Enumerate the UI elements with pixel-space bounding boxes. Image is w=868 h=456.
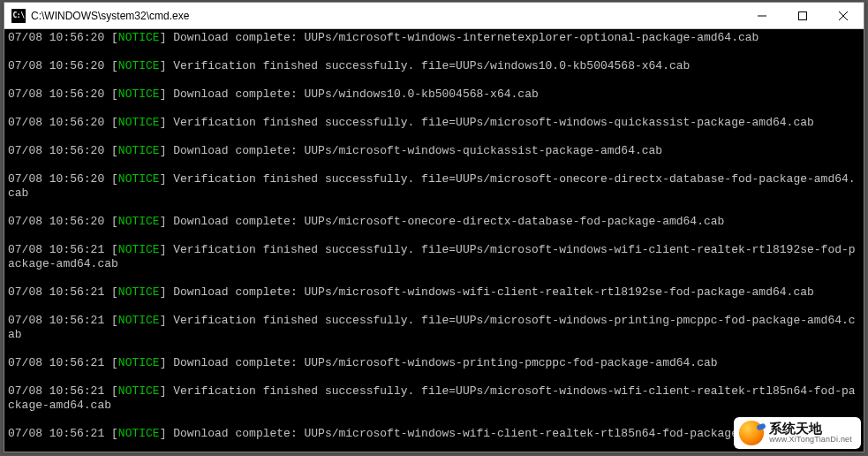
log-line: 07/08 10:56:20 [NOTICE] Download complet…: [8, 215, 860, 229]
log-timestamp: 07/08 10:56:21: [8, 384, 111, 398]
watermark-logo-icon: [739, 421, 764, 445]
log-timestamp: 07/08 10:56:21: [8, 285, 111, 299]
log-timestamp: 07/08 10:56:20: [8, 59, 111, 72]
log-level: NOTICE: [118, 384, 160, 398]
cmd-window: C:\ C:\WINDOWS\system32\cmd.exe 07/08 10…: [4, 2, 864, 452]
log-timestamp: 07/08 10:56:20: [8, 116, 111, 129]
log-line: 07/08 10:56:21 [NOTICE] Download complet…: [8, 285, 860, 300]
log-level: NOTICE: [118, 116, 160, 129]
log-timestamp: 07/08 10:56:20: [8, 215, 111, 228]
log-timestamp: 07/08 10:56:21: [8, 427, 111, 440]
terminal-output[interactable]: 07/08 10:56:20 [NOTICE] Download complet…: [4, 29, 864, 452]
log-timestamp: 07/08 10:56:20: [8, 87, 111, 101]
titlebar[interactable]: C:\ C:\WINDOWS\system32\cmd.exe: [4, 3, 864, 29]
log-line: 07/08 10:56:20 [NOTICE] Download complet…: [8, 144, 860, 158]
log-message: Download complete: UUPs/microsoft-window…: [173, 31, 759, 44]
log-blank-line: [8, 342, 860, 356]
log-level: NOTICE: [118, 427, 160, 440]
log-level: NOTICE: [118, 144, 160, 157]
watermark-title: 系统天地: [769, 422, 852, 437]
log-level: NOTICE: [118, 31, 160, 44]
log-level: NOTICE: [118, 172, 160, 186]
watermark-text: 系统天地 www.XiTongTianDi.net: [769, 422, 852, 445]
log-blank-line: [8, 300, 860, 314]
log-level: NOTICE: [118, 356, 160, 369]
log-message: Download complete: UUPs/windows10.0-kb50…: [173, 87, 538, 101]
log-level: NOTICE: [118, 59, 160, 72]
minimize-button[interactable]: [742, 3, 782, 28]
log-level: NOTICE: [118, 243, 160, 256]
log-blank-line: [8, 130, 860, 144]
log-timestamp: 07/08 10:56:20: [8, 144, 111, 157]
log-line: 07/08 10:56:20 [NOTICE] Verification fin…: [8, 172, 860, 201]
maximize-button[interactable]: [782, 3, 823, 28]
log-line: 07/08 10:56:21 [NOTICE] Verification fin…: [8, 314, 860, 342]
log-timestamp: 07/08 10:56:21: [8, 314, 111, 327]
log-message: Download complete: UUPs/microsoft-window…: [173, 144, 662, 157]
watermark-badge: 系统天地 www.XiTongTianDi.net: [734, 417, 861, 449]
log-line: 07/08 10:56:20 [NOTICE] Download complet…: [8, 87, 860, 102]
log-level: NOTICE: [118, 314, 160, 327]
svg-rect-1: [799, 11, 807, 19]
cmd-icon: C:\: [11, 9, 26, 23]
log-line: 07/08 10:56:21 [NOTICE] Verification fin…: [8, 243, 860, 271]
log-blank-line: [8, 370, 860, 384]
log-timestamp: 07/08 10:56:20: [8, 31, 111, 44]
window-title: C:\WINDOWS\system32\cmd.exe: [31, 10, 742, 22]
log-line: 07/08 10:56:21 [NOTICE] Download complet…: [8, 356, 860, 370]
log-blank-line: [8, 102, 860, 116]
log-blank-line: [8, 45, 860, 59]
log-blank-line: [8, 229, 860, 243]
log-line: 07/08 10:56:21 [NOTICE] Download complet…: [8, 427, 860, 441]
log-blank-line: [8, 158, 860, 172]
log-blank-line: [8, 73, 860, 87]
log-blank-line: [8, 271, 860, 285]
log-timestamp: 07/08 10:56:21: [8, 356, 111, 369]
log-line: 07/08 10:56:21 [NOTICE] Verification fin…: [8, 384, 860, 413]
log-line: 07/08 10:56:20 [NOTICE] Verification fin…: [8, 116, 860, 130]
log-blank-line: [8, 201, 860, 215]
log-timestamp: 07/08 10:56:21: [8, 243, 111, 256]
log-level: NOTICE: [118, 215, 160, 228]
log-message: Download complete: UUPs/microsoft-window…: [173, 356, 717, 369]
log-message: Verification finished successfully. file…: [173, 116, 814, 129]
log-level: NOTICE: [118, 87, 160, 101]
log-level: NOTICE: [118, 285, 160, 299]
log-message: Verification finished successfully. file…: [173, 59, 690, 72]
watermark-url: www.XiTongTianDi.net: [769, 436, 852, 445]
log-blank-line: [8, 413, 860, 427]
log-message: Download complete: UUPs/microsoft-window…: [173, 285, 814, 299]
close-button[interactable]: [823, 3, 864, 28]
window-controls: [742, 3, 864, 28]
log-message: Download complete: UUPs/microsoft-window…: [173, 427, 751, 440]
log-line: 07/08 10:56:20 [NOTICE] Verification fin…: [8, 59, 860, 73]
log-timestamp: 07/08 10:56:20: [8, 172, 111, 186]
log-message: Download complete: UUPs/microsoft-onecor…: [173, 215, 724, 228]
log-line: 07/08 10:56:20 [NOTICE] Download complet…: [8, 31, 860, 45]
